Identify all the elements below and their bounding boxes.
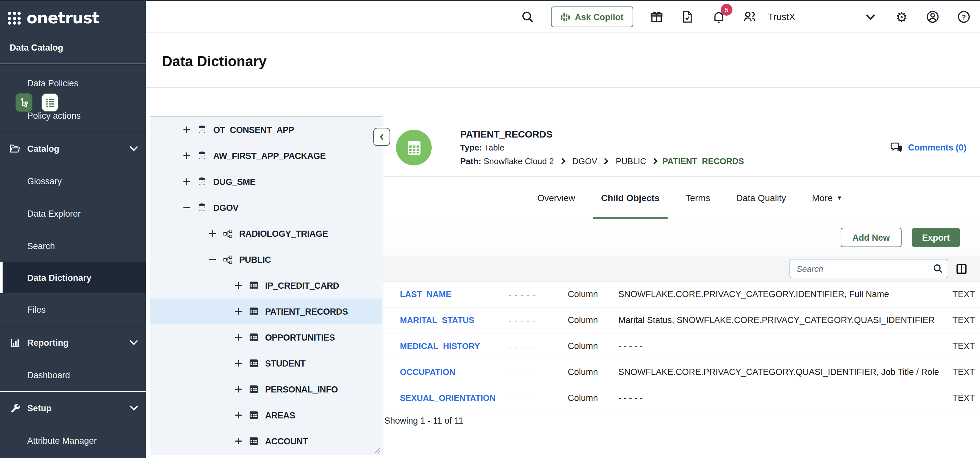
- collapse-tree-button[interactable]: [373, 128, 390, 146]
- account-icon: [926, 10, 940, 24]
- tree-view-toggle[interactable]: [16, 93, 32, 112]
- expand-plus-icon[interactable]: [235, 437, 242, 445]
- settings-button[interactable]: ⚙: [894, 9, 909, 25]
- expand-plus-icon[interactable]: [183, 126, 191, 134]
- users-icon: [743, 10, 757, 24]
- expand-plus-icon[interactable]: [235, 334, 242, 341]
- expand-plus-icon[interactable]: [235, 359, 242, 367]
- copilot-bars-icon: [561, 11, 570, 22]
- table-icon: [249, 436, 259, 446]
- tab-overview[interactable]: Overview: [537, 177, 575, 219]
- table-search-input[interactable]: [789, 259, 948, 278]
- collapse-minus-icon[interactable]: [183, 204, 191, 211]
- list-view-toggle[interactable]: [41, 93, 58, 112]
- expand-plus-icon[interactable]: [235, 385, 242, 393]
- page-title-bar: Data Dictionary: [146, 32, 980, 88]
- tab-label: Terms: [686, 193, 710, 203]
- expand-plus-icon[interactable]: [235, 411, 242, 419]
- expand-plus-icon[interactable]: [235, 282, 242, 289]
- column-description: SNOWFLAKE.CORE.PRIVACY_CATEGORY.IDENTIFI…: [618, 289, 939, 299]
- expand-plus-icon[interactable]: [183, 178, 191, 185]
- sidebar-item-label: Attribute Manager: [27, 436, 97, 445]
- logo-wordmark: onetrust: [27, 9, 99, 27]
- account-button[interactable]: [925, 9, 940, 25]
- tree-node-label: AW_FIRST_APP_PACKAGE: [213, 151, 326, 161]
- sidebar-item-label: Glossary: [27, 176, 62, 186]
- sidebar-section-reporting[interactable]: Reporting: [0, 326, 146, 359]
- tab-terms[interactable]: Terms: [686, 177, 710, 219]
- column-name-link[interactable]: MARITAL_STATUS: [400, 315, 509, 325]
- tree-node-opportunities[interactable]: OPPORTUNITIES: [150, 324, 382, 350]
- collapse-minus-icon[interactable]: [209, 255, 216, 263]
- user-groups-button[interactable]: [742, 9, 758, 25]
- ask-copilot-label: Ask Copilot: [575, 12, 624, 22]
- svg-text:?: ?: [962, 13, 966, 21]
- gear-icon: ⚙: [896, 10, 908, 24]
- column-attributes: - - - - -: [509, 316, 568, 325]
- ask-copilot-button[interactable]: Ask Copilot: [551, 6, 633, 27]
- tab-data-quality[interactable]: Data Quality: [736, 177, 786, 219]
- tree-node-ip_credit_card[interactable]: IP_CREDIT_CARD: [150, 273, 382, 298]
- tab-more[interactable]: More▼: [812, 177, 843, 219]
- table-toolbar: [383, 255, 980, 282]
- export-button[interactable]: Export: [912, 228, 960, 247]
- onetrust-logo[interactable]: onetrust: [0, 1, 146, 35]
- record-path-line: Path: Snowflake Cloud 2 DGOV PUBLICPATIE…: [460, 156, 744, 166]
- tree-node-dug_sme[interactable]: DUG_SME: [150, 169, 382, 195]
- expand-plus-icon[interactable]: [209, 230, 216, 238]
- table-search: [789, 259, 948, 278]
- comments-link[interactable]: Comments (0): [891, 142, 966, 153]
- sidebar-item-data-explorer[interactable]: Data Explorer: [0, 197, 146, 230]
- column-name-link[interactable]: OCCUPATION: [400, 367, 509, 377]
- table-icon: [249, 410, 259, 420]
- sidebar-item-dashboard[interactable]: Dashboard: [0, 359, 146, 391]
- breadcrumb-segment[interactable]: DGOV: [570, 156, 597, 166]
- tree-node-radiology_triage[interactable]: RADIOLOGY_TRIAGE: [150, 220, 382, 247]
- breadcrumb-chevron-icon: [559, 158, 565, 164]
- tree-node-patient_records[interactable]: PATIENT_RECORDS: [150, 298, 382, 324]
- bar-chart-icon: [9, 337, 21, 348]
- sidebar-item-attribute-manager[interactable]: Attribute Manager: [0, 424, 146, 457]
- schema-icon: [223, 229, 233, 238]
- table-icon: [249, 332, 259, 342]
- notifications-button[interactable]: 5: [711, 9, 727, 25]
- tree-node-public[interactable]: PUBLIC: [150, 247, 382, 273]
- tree-node-student[interactable]: STUDENT: [150, 350, 382, 376]
- chevron-down-icon: [130, 402, 138, 410]
- sidebar-item-data-dictionary[interactable]: Data Dictionary: [0, 262, 146, 293]
- tree-node-personal_info[interactable]: PERSONAL_INFO: [150, 376, 382, 402]
- search-icon: [932, 263, 944, 274]
- expand-plus-icon[interactable]: [235, 308, 242, 315]
- breadcrumb-segment[interactable]: Snowflake Cloud 2: [484, 156, 554, 166]
- column-name-link[interactable]: MEDICAL_HISTORY: [400, 341, 509, 351]
- resize-handle-icon[interactable]: [374, 448, 380, 454]
- sidebar-section-catalog[interactable]: Catalog: [0, 132, 146, 165]
- tree-node-dgov[interactable]: DGOV: [150, 195, 382, 220]
- tree-node-aw_first_app_package[interactable]: AW_FIRST_APP_PACKAGE: [150, 143, 382, 169]
- column-chooser-button[interactable]: [955, 262, 968, 275]
- global-search-button[interactable]: [520, 9, 535, 25]
- comments-label: Comments (0): [908, 143, 966, 152]
- sidebar-item-label: Data Dictionary: [27, 273, 91, 282]
- app-switcher-button[interactable]: [863, 9, 878, 25]
- tree-view-icon: [19, 97, 30, 108]
- tab-child-objects[interactable]: Child Objects: [601, 177, 660, 219]
- add-new-button[interactable]: Add New: [841, 228, 902, 247]
- column-name-link[interactable]: LAST_NAME: [400, 289, 509, 299]
- tree-node-ot_consent_app[interactable]: OT_CONSENT_APP: [150, 117, 382, 143]
- sidebar-section-setup[interactable]: Setup: [0, 392, 146, 424]
- column-name-link[interactable]: SEXUAL_ORIENTATION: [400, 393, 509, 403]
- tree-node-areas[interactable]: AREAS: [150, 402, 382, 428]
- whats-new-button[interactable]: [649, 9, 664, 25]
- tasks-button[interactable]: [680, 9, 695, 25]
- help-button[interactable]: ?: [956, 9, 972, 25]
- sidebar-section-label: Reporting: [27, 338, 69, 347]
- page-title: Data Dictionary: [162, 53, 267, 70]
- sidebar-item-glossary[interactable]: Glossary: [0, 165, 146, 197]
- sidebar-item-search[interactable]: Search: [0, 230, 146, 262]
- record-name: PATIENT_RECORDS: [460, 128, 552, 139]
- sidebar-item-files[interactable]: Files: [0, 293, 146, 326]
- expand-plus-icon[interactable]: [183, 152, 191, 160]
- breadcrumb-segment[interactable]: PUBLIC: [614, 156, 646, 166]
- tree-node-account[interactable]: ACCOUNT: [150, 428, 382, 454]
